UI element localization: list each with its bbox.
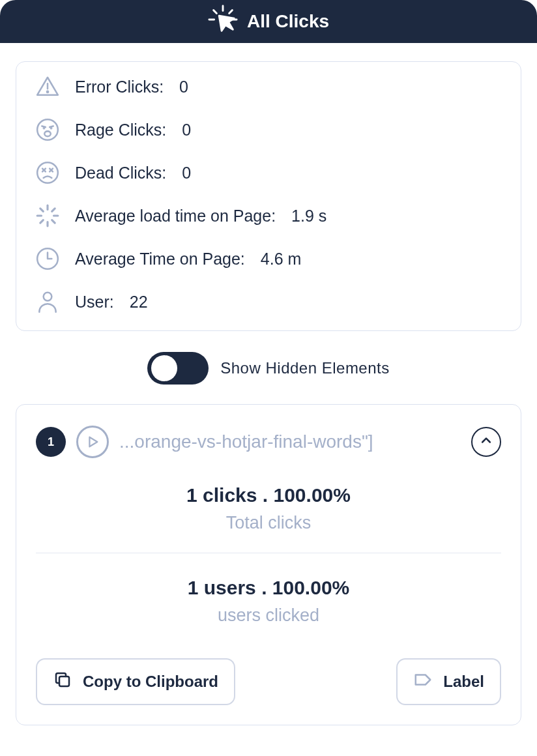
copy-to-clipboard-button[interactable]: Copy to Clipboard (36, 658, 235, 705)
rage-face-icon (35, 117, 61, 143)
stat-row-error-clicks: Error Clicks: 0 (35, 74, 502, 100)
label-button[interactable]: Label (396, 658, 501, 705)
panel-title: All Clicks (247, 11, 329, 32)
play-button[interactable] (76, 426, 109, 458)
stat-label: Average load time on Page: (75, 207, 276, 225)
toggle-knob (151, 355, 177, 381)
svg-point-25 (44, 293, 52, 301)
svg-line-2 (229, 10, 233, 13)
users-sublabel: users clicked (36, 605, 501, 626)
item-header: 1 ...orange-vs-hotjar-final-words"] (36, 426, 501, 458)
click-item-panel: 1 ...orange-vs-hotjar-final-words"] (16, 404, 521, 725)
divider (36, 553, 501, 553)
stat-label: User: (75, 293, 114, 312)
stat-row-rage-clicks: Rage Clicks: 0 (35, 117, 502, 143)
svg-line-19 (52, 220, 55, 223)
item-selector-text: ...orange-vs-hotjar-final-words"] (119, 431, 461, 452)
toggle-label: Show Hidden Elements (220, 359, 389, 377)
copy-button-label: Copy to Clipboard (83, 673, 218, 691)
clock-icon (35, 246, 61, 272)
stats-panel: Error Clicks: 0 Rage Clicks: 0 (16, 61, 521, 331)
loading-spinner-icon (35, 203, 61, 229)
stat-row-avg-time-on-page: Average Time on Page: 4.6 m (35, 246, 502, 272)
collapse-button[interactable] (471, 427, 501, 457)
stat-value: 0 (182, 121, 191, 139)
svg-line-1 (214, 10, 217, 13)
svg-line-22 (40, 220, 43, 223)
svg-point-10 (44, 131, 51, 136)
rank-badge: 1 (36, 427, 66, 457)
stat-label: Error Clicks: (75, 78, 164, 96)
svg-point-8 (44, 128, 44, 128)
warning-triangle-icon (35, 74, 61, 100)
svg-line-18 (40, 209, 43, 211)
clicks-metric: 1 clicks . 100.00% (36, 484, 501, 506)
dead-face-icon (35, 160, 61, 186)
copy-icon (53, 670, 72, 693)
svg-line-23 (52, 209, 55, 211)
stat-value: 0 (182, 164, 191, 182)
svg-point-9 (51, 128, 51, 128)
clicks-sublabel: Total clicks (36, 513, 501, 533)
stat-value: 4.6 m (261, 250, 302, 269)
svg-point-11 (37, 162, 58, 183)
toggle-row: Show Hidden Elements (16, 352, 521, 385)
stat-row-avg-load-time: Average load time on Page: 1.9 s (35, 203, 502, 229)
click-burst-icon (208, 5, 238, 39)
stat-value: 0 (179, 78, 188, 96)
panel-header: All Clicks (0, 0, 537, 43)
tag-icon (413, 670, 433, 693)
user-icon (35, 289, 61, 315)
users-metric: 1 users . 100.00% (36, 577, 501, 599)
label-button-label: Label (443, 673, 484, 691)
stat-row-user: User: 22 (35, 289, 502, 315)
svg-rect-27 (59, 676, 69, 686)
chevron-up-icon (480, 434, 493, 450)
svg-marker-26 (89, 437, 97, 447)
stat-label: Average Time on Page: (75, 250, 245, 269)
stat-label: Rage Clicks: (75, 121, 166, 139)
stat-row-dead-clicks: Dead Clicks: 0 (35, 160, 502, 186)
stat-value: 1.9 s (291, 207, 327, 225)
stat-label: Dead Clicks: (75, 164, 166, 182)
show-hidden-elements-toggle[interactable] (147, 352, 209, 385)
stat-value: 22 (130, 293, 148, 312)
svg-point-6 (47, 91, 48, 93)
